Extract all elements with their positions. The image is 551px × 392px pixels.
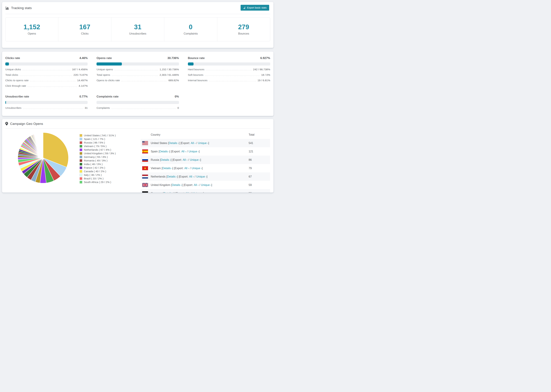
details-link[interactable]: Details › — [159, 150, 170, 153]
rate-value: 0% — [175, 95, 179, 98]
export-icon — [243, 7, 246, 9]
rate-row-value: 242 / 86.738% — [253, 68, 270, 71]
legend-item-south-africa: South Africa ( 29 / 2% ) — [80, 180, 116, 184]
bar-chart-icon — [5, 6, 9, 10]
bracket: ] — [174, 192, 174, 193]
export-all-link[interactable]: All › — [181, 150, 186, 153]
bracket: ] — [203, 192, 204, 193]
rate-row-label: Unsubscribes — [5, 106, 21, 109]
bracket: ] — [199, 150, 199, 153]
export-all-link[interactable]: All › — [189, 175, 194, 178]
summary-stat-bounces: 279Bounces — [217, 17, 270, 41]
details-link[interactable]: Details › — [167, 175, 177, 178]
export-unique-link[interactable]: Unique › — [198, 142, 208, 145]
rate-value: 0.77% — [79, 95, 88, 98]
tracking-stats-page: Tracking stats Export basic stats 1,152O… — [0, 0, 276, 196]
export-all-link[interactable]: All › — [183, 158, 188, 161]
rate-block-unsubscribe-rate: Unsubscribe rate0.77%Unsubscribes31 — [5, 95, 88, 109]
rate-row-label: Internal bounces — [188, 79, 208, 82]
slash-separator: / — [190, 167, 191, 170]
rate-row-internal-bounces: Internal bounces19 / 6.81% — [188, 79, 270, 82]
slash-separator: / — [188, 158, 189, 161]
geo-table-total-cell: 59 — [249, 183, 270, 187]
legend-item-vietnam: Vietnam ( 79 / 5% ) — [80, 144, 116, 148]
details-link[interactable]: Details › — [169, 142, 179, 145]
export-basic-stats-button[interactable]: Export basic stats — [240, 5, 269, 11]
details-link[interactable]: Details › — [161, 158, 171, 161]
export-prefix: [Export: — [174, 167, 184, 170]
geo-table-total-cell: 86 — [249, 158, 270, 161]
rate-row-value: 167 / 4.456% — [72, 68, 88, 71]
geo-header: Campaign Geo Opens — [5, 119, 270, 129]
legend-label: Romania ( 49 / 3% ) — [84, 159, 107, 162]
legend-item-netherlands: Netherlands ( 67 / 4% ) — [80, 148, 116, 152]
geo-table-row-united-states: United States[Details ›][Export:All ›/Un… — [141, 139, 270, 147]
export-all-link[interactable]: All › — [191, 142, 196, 145]
export-unique-link[interactable]: Unique › — [201, 183, 211, 187]
legend-label: Russia ( 86 / 5% ) — [84, 141, 105, 144]
legend-swatch-icon — [80, 138, 82, 140]
flag-de-icon — [142, 191, 148, 193]
bracket: ] — [171, 158, 171, 161]
geo-table-total-cell: 67 — [249, 175, 270, 178]
legend-item-united-kingdom: United Kingdom ( 59 / 3% ) — [80, 152, 116, 155]
rate-block-opens-rate: Opens rate30.736%Unique opens1,152 / 30.… — [97, 56, 179, 87]
progress-bar-fill — [5, 101, 6, 104]
slash-separator: / — [199, 183, 200, 187]
export-unique-link[interactable]: Unique › — [196, 175, 206, 178]
rate-row-value: 220 / 5.87% — [74, 73, 88, 77]
export-unique-link[interactable]: Unique › — [193, 192, 203, 193]
geo-table-total-cell: 79 — [249, 167, 270, 170]
rate-head: Opens rate30.736% — [97, 56, 179, 60]
stat-value: 31 — [134, 23, 141, 31]
rate-title: Opens rate — [97, 56, 112, 60]
rate-row-label: Complaints — [97, 106, 110, 109]
legend-label: Spain ( 121 / 7% ) — [84, 138, 105, 140]
rates-card: Clicks rate4.46%Unique clicks167 / 4.456… — [2, 52, 273, 116]
tracking-stats-header: Tracking stats Export basic stats — [5, 2, 270, 14]
rate-row-total-clicks: Total clicks220 / 5.87% — [5, 73, 88, 77]
progress-bar-track — [5, 101, 88, 104]
legend-label: South Africa ( 29 / 2% ) — [84, 181, 111, 184]
export-prefix: [Export: — [171, 150, 181, 153]
geo-table: Country Total United States[Details ›][E… — [141, 131, 270, 193]
rate-row-value: 1,152 / 30.736% — [160, 68, 179, 71]
geo-pie-chart[interactable] — [17, 132, 69, 183]
rate-value: 6.927% — [260, 56, 270, 60]
rate-head: Clicks rate4.46% — [5, 56, 88, 60]
country-name: Vietnam — [151, 167, 161, 170]
export-unique-link[interactable]: Unique › — [189, 150, 199, 153]
details-link[interactable]: Details › — [162, 167, 172, 170]
rate-row-value: 19 / 6.81% — [258, 79, 270, 82]
progress-bar-fill — [188, 63, 194, 65]
rate-head: Unsubscribe rate0.77% — [5, 95, 88, 98]
legend-swatch-icon — [80, 170, 82, 173]
country-name: Spain — [151, 150, 158, 153]
progress-bar-track — [188, 63, 270, 65]
bracket: ] — [200, 158, 201, 161]
legend-swatch-icon — [80, 134, 82, 137]
export-all-link[interactable]: All › — [184, 167, 189, 170]
geo-table-row-netherlands: Netherlands[Details ›][Export:All ›/Uniq… — [141, 172, 270, 181]
stat-label: Bounces — [238, 32, 249, 35]
rate-row-unique-clicks: Unique clicks167 / 4.456% — [5, 68, 88, 71]
legend-label: Canada ( 40 / 2% ) — [84, 170, 106, 173]
export-all-link[interactable]: All › — [186, 192, 191, 193]
details-link[interactable]: Details › — [172, 183, 182, 187]
details-link[interactable]: Details › — [164, 192, 174, 193]
export-prefix: [Export: — [172, 158, 182, 161]
slash-separator: / — [195, 175, 195, 178]
legend-item-spain: Spain ( 121 / 7% ) — [80, 137, 116, 141]
rate-row-value: 14.497% — [77, 79, 88, 82]
export-button-label: Export basic stats — [247, 6, 267, 9]
bracket: ] — [177, 175, 178, 178]
geo-table-country-cell: United States[Details ›][Export:All ›/Un… — [141, 141, 249, 145]
export-unique-link[interactable]: Unique › — [191, 167, 202, 170]
geo-table-country-cell: Vietnam[Details ›][Export:All ›/Unique ›… — [141, 166, 249, 170]
export-unique-link[interactable]: Unique › — [190, 158, 200, 161]
export-all-link[interactable]: All › — [194, 183, 199, 187]
dotted-leader — [121, 81, 167, 81]
geo-table-row-russia: Russia[Details ›][Export:All ›/Unique ›]… — [141, 156, 270, 164]
export-prefix: [Export: — [184, 183, 193, 187]
legend-label: Italy ( 36 / 2% ) — [84, 173, 102, 176]
